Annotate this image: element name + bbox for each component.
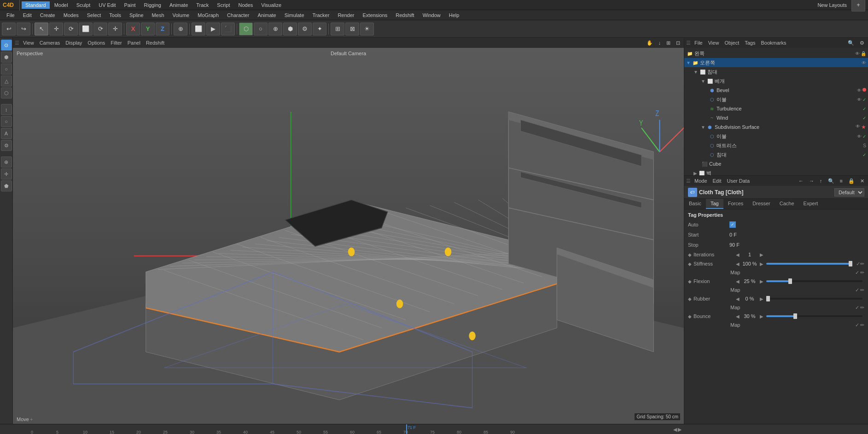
vt-expand[interactable]: ⊞ — [664, 40, 672, 46]
light-toggle[interactable]: ☀ — [360, 23, 374, 35]
menu-render[interactable]: Render — [334, 12, 358, 19]
bounce-value[interactable]: 30 % — [740, 313, 759, 319]
bounce-thumb[interactable] — [793, 313, 797, 319]
viewport-menu-icon[interactable]: ☰ — [15, 40, 19, 46]
sidebar-point-btn[interactable]: △ — [1, 75, 12, 87]
menu-redshift[interactable]: Redshift — [392, 12, 418, 19]
hier-item-이불[interactable]: ⬡ 이불 👁 ✓ — [684, 95, 868, 104]
menu-help[interactable]: Help — [445, 12, 463, 19]
map-edit-3[interactable]: ✏ — [860, 305, 864, 311]
tl-next-btn[interactable]: ▶ — [678, 427, 682, 433]
sidebar-move-btn[interactable]: ↕ — [1, 104, 12, 115]
hier-menu-view[interactable]: View — [706, 40, 721, 46]
cube-mode[interactable]: ⬢ — [283, 23, 297, 35]
sidebar-diamond-btn[interactable]: ⬟ — [1, 180, 12, 191]
stiff-edit-icon[interactable]: ✏ — [860, 261, 864, 267]
flexion-thumb[interactable] — [788, 278, 792, 284]
props-menu-userdata[interactable]: User Data — [725, 178, 752, 184]
menu-file[interactable]: File — [3, 12, 18, 19]
new-layouts[interactable]: New Layouts — [814, 1, 851, 9]
plus-tool[interactable]: ✛ — [108, 23, 122, 35]
bounce-left-arrow[interactable]: ◀ — [736, 314, 740, 319]
hier-item-침대2[interactable]: ⬡ 침대 ✓ — [684, 150, 868, 159]
props-menu-icon[interactable]: ☰ — [686, 178, 691, 184]
flex-right-arrow[interactable]: ▶ — [760, 279, 763, 284]
hier-item-turbulence[interactable]: ≋ Turbulence ✓ — [684, 104, 868, 113]
props-menu-mode[interactable]: Mode — [693, 178, 709, 184]
menu-spline[interactable]: Spline — [126, 12, 147, 19]
x-axis-btn[interactable]: X — [126, 23, 140, 35]
menu-volume[interactable]: Volume — [169, 12, 193, 19]
sidebar-circle-btn[interactable]: ○ — [1, 116, 12, 127]
hier-item-오른쪽[interactable]: ▼ 📁 오른쪽 👁 — [684, 58, 868, 67]
select-tool[interactable]: ↖ — [35, 23, 48, 35]
vt-filter[interactable]: Filter — [109, 40, 123, 46]
stiffness-value[interactable]: 100 % — [740, 261, 759, 266]
props-list-btn[interactable]: ≡ — [838, 178, 845, 184]
redo-button[interactable]: ↪ — [17, 23, 30, 35]
hier-item-매트리스[interactable]: ⬡ 매트리스 S — [684, 141, 868, 150]
rubber-value[interactable]: 0 % — [740, 296, 759, 301]
grid-mode[interactable]: ⊕ — [268, 23, 282, 35]
iter-left-arrow[interactable]: ◀ — [736, 252, 740, 257]
props-lock-btn[interactable]: 🔒 — [846, 178, 856, 184]
wire-toggle[interactable]: ⊠ — [345, 23, 359, 35]
sidebar-edge-btn[interactable]: ○ — [1, 64, 12, 75]
hier-item-왼쪽[interactable]: 📁 왼쪽 👁 🔒 — [684, 49, 868, 58]
hier-menu-icon[interactable]: ☰ — [686, 40, 691, 46]
render-btn[interactable]: ⬛ — [221, 23, 235, 35]
tab-nodes[interactable]: Nodes — [234, 1, 256, 9]
viewport[interactable]: ☰ View Cameras Display Options Filter Pa… — [13, 38, 684, 424]
hier-item-이불2[interactable]: ⬡ 이불 👁 ✓ — [684, 132, 868, 141]
sidebar-crosshair-btn[interactable]: ⊕ — [1, 156, 12, 168]
iter-right-arrow[interactable]: ▶ — [760, 252, 763, 257]
props-dropdown[interactable]: Default — [834, 188, 864, 197]
vt-redshift[interactable]: Redshift — [144, 40, 166, 46]
bounce-track[interactable] — [766, 315, 862, 317]
hier-settings-btn[interactable]: ⚙ — [858, 40, 866, 46]
grid-toggle[interactable]: ⊞ — [331, 23, 344, 35]
stiff-right-arrow[interactable]: ▶ — [760, 261, 763, 266]
settings-btn[interactable]: ⚙ — [298, 23, 312, 35]
hier-menu-file[interactable]: File — [693, 40, 705, 46]
vt-options[interactable]: Options — [86, 40, 107, 46]
tab-model[interactable]: Model — [51, 1, 72, 9]
stiffness-track[interactable] — [766, 263, 852, 265]
undo-button[interactable]: ↩ — [2, 23, 16, 35]
rubber-left-arrow[interactable]: ◀ — [736, 296, 740, 301]
hier-item-벽[interactable]: ▶ ⬜ 벽 — [684, 168, 868, 176]
props-search-btn[interactable]: 🔍 — [826, 178, 836, 184]
tab-expert[interactable]: Expert — [799, 199, 823, 209]
lock-icon[interactable]: 🔒 — [861, 51, 866, 56]
tab-script[interactable]: Script — [213, 1, 233, 9]
menu-modes[interactable]: Modes — [60, 12, 82, 19]
tab-paint[interactable]: Paint — [121, 1, 140, 9]
hier-menu-object[interactable]: Object — [722, 40, 741, 46]
hier-item-침대[interactable]: ▼ ⬜ 침대 — [684, 67, 868, 76]
add-layout-btn[interactable]: + — [851, 0, 865, 12]
hier-item-wind[interactable]: ~ Wind ✓ — [684, 113, 868, 122]
hier-menu-tags[interactable]: Tags — [743, 40, 757, 46]
menu-extensions[interactable]: Extensions — [359, 12, 391, 19]
z-axis-btn[interactable]: Z — [156, 23, 169, 35]
sidebar-gear-btn[interactable]: ⚙ — [1, 140, 12, 151]
sidebar-uv-btn[interactable]: ⬡ — [1, 87, 12, 98]
tl-prev-btn[interactable]: ◀ — [673, 427, 677, 433]
vt-display[interactable]: Display — [64, 40, 84, 46]
tab-animate[interactable]: Animate — [166, 1, 192, 9]
bounce-right-arrow[interactable]: ▶ — [760, 314, 763, 319]
vt-hand[interactable]: ✋ — [645, 40, 655, 46]
sphere-mode[interactable]: ⬡ — [239, 23, 253, 35]
stiffness-thumb[interactable] — [849, 261, 852, 266]
menu-mograph[interactable]: MoGraph — [194, 12, 222, 19]
rubber-track[interactable] — [766, 298, 862, 300]
hier-search-btn[interactable]: 🔍 — [846, 40, 856, 46]
scale-tool[interactable]: ⬜ — [79, 23, 93, 35]
menu-tools[interactable]: Tools — [105, 12, 125, 19]
iterations-value[interactable]: 1 — [740, 252, 759, 257]
render-region-btn[interactable]: ⬜ — [192, 23, 205, 35]
hier-item-subdiv[interactable]: ▼ ⬢ Subdivision Surface 👁 ★ — [684, 122, 868, 132]
vt-cameras[interactable]: Cameras — [38, 40, 62, 46]
play-btn[interactable]: ▶ — [206, 23, 220, 35]
tab-forces[interactable]: Forces — [723, 199, 748, 209]
